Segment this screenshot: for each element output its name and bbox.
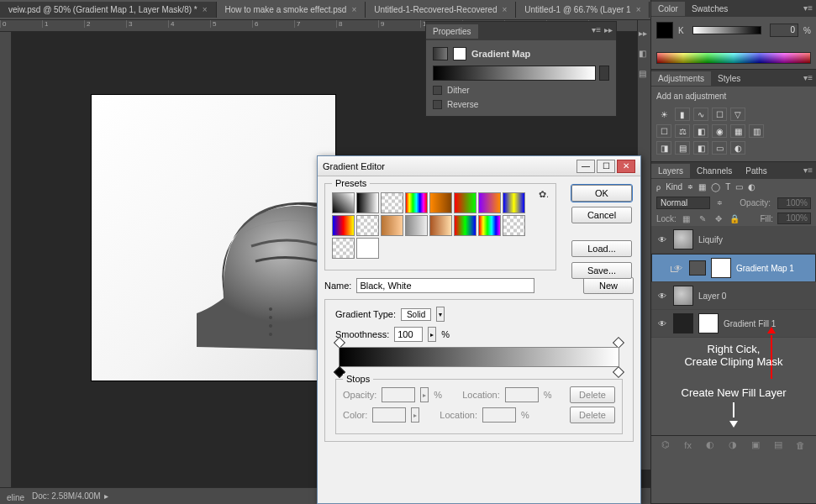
- preset-swatch[interactable]: [454, 215, 476, 236]
- mask-icon[interactable]: [453, 47, 466, 60]
- filter-shape-icon[interactable]: ▭: [735, 182, 743, 192]
- layer-row[interactable]: 👁 Liquify: [651, 226, 816, 254]
- color-spectrum[interactable]: [656, 52, 811, 64]
- delete-button[interactable]: Delete: [570, 386, 615, 403]
- tab-color[interactable]: Color: [651, 2, 685, 16]
- layer-row[interactable]: 👁 Layer 0: [651, 282, 816, 310]
- hue-icon[interactable]: ☐: [656, 124, 671, 138]
- trash-icon[interactable]: 🗑: [796, 440, 805, 450]
- chevron-right-icon[interactable]: ▸: [104, 491, 108, 501]
- gradient-dropdown[interactable]: [599, 66, 609, 81]
- mask-thumb[interactable]: [711, 258, 731, 278]
- lock-paint-icon[interactable]: ✎: [697, 213, 708, 224]
- close-icon[interactable]: ×: [203, 5, 208, 14]
- opacity-stop[interactable]: [614, 339, 623, 347]
- blend-mode-select[interactable]: Normal: [656, 197, 710, 209]
- tab-swatches[interactable]: Swatches: [685, 2, 734, 16]
- link-icon[interactable]: ⌬: [661, 439, 670, 450]
- load-button[interactable]: Load...: [571, 240, 632, 257]
- stop-opacity-input[interactable]: [382, 387, 415, 402]
- selective-icon[interactable]: ◐: [730, 141, 745, 155]
- close-icon[interactable]: ×: [502, 5, 507, 14]
- color-picker-icon[interactable]: ▸: [411, 407, 419, 423]
- dither-checkbox[interactable]: Dither: [433, 86, 609, 95]
- history-icon[interactable]: ▸▸: [639, 29, 650, 40]
- panel-menu-icon[interactable]: ▾≡: [803, 165, 813, 175]
- visibility-icon[interactable]: 👁: [656, 234, 668, 245]
- photo-filter-icon[interactable]: ◉: [712, 124, 727, 138]
- bw-icon[interactable]: ◧: [693, 124, 708, 138]
- layer-name[interactable]: Liquify: [698, 235, 723, 244]
- filter-adj-icon[interactable]: ◯: [711, 182, 720, 192]
- preset-swatch[interactable]: [332, 238, 355, 259]
- doc-tab-1[interactable]: veiw.psd @ 50% (Gradient Map 1, Layer Ma…: [0, 2, 217, 18]
- close-icon[interactable]: ×: [351, 5, 356, 14]
- name-input[interactable]: [356, 278, 534, 293]
- preset-swatch[interactable]: [332, 192, 355, 213]
- preset-swatch[interactable]: [356, 215, 379, 236]
- preset-swatch[interactable]: [405, 192, 428, 213]
- preset-swatch[interactable]: [381, 192, 403, 213]
- dialog-titlebar[interactable]: Gradient Editor — ☐ ✕: [318, 156, 640, 176]
- ok-button[interactable]: OK: [571, 185, 632, 202]
- balance-icon[interactable]: ⚖: [675, 124, 690, 138]
- layer-name[interactable]: Layer 0: [698, 291, 726, 301]
- preset-swatch[interactable]: [405, 215, 428, 236]
- tab-properties[interactable]: Properties: [426, 24, 478, 39]
- gradient-map-icon[interactable]: ▭: [712, 141, 727, 155]
- preset-swatch[interactable]: [356, 192, 379, 213]
- panel-menu-icon[interactable]: ▾≡: [592, 25, 601, 34]
- filter-pixel-icon[interactable]: ▦: [698, 182, 706, 192]
- layer-row-selected[interactable]: 👁 Gradient Map 1: [651, 254, 816, 282]
- panel-collapse-icon[interactable]: ▸▸: [604, 25, 613, 34]
- gear-icon[interactable]: ✿.: [539, 189, 549, 200]
- visibility-icon[interactable]: 👁: [656, 290, 668, 302]
- mixer-icon[interactable]: ▦: [730, 124, 745, 138]
- adj-thumb[interactable]: [689, 260, 706, 276]
- brightness-icon[interactable]: ☀: [656, 108, 671, 121]
- new-button[interactable]: New: [583, 277, 634, 294]
- mask-thumb[interactable]: [698, 313, 719, 333]
- layer-thumb[interactable]: [673, 286, 693, 306]
- timeline-label[interactable]: eline: [7, 493, 24, 502]
- dropdown-icon[interactable]: ▾: [436, 307, 445, 322]
- tab-paths[interactable]: Paths: [739, 164, 774, 178]
- preset-swatch[interactable]: [429, 192, 452, 213]
- preset-swatch[interactable]: [503, 215, 525, 236]
- minimize-button[interactable]: —: [576, 160, 595, 173]
- levels-icon[interactable]: ▮: [675, 108, 690, 121]
- tab-channels[interactable]: Channels: [690, 164, 739, 178]
- gradient-preview[interactable]: [433, 66, 596, 81]
- stop-location-input[interactable]: [482, 407, 516, 423]
- tab-layers[interactable]: Layers: [651, 164, 690, 178]
- visibility-icon[interactable]: 👁: [656, 318, 668, 329]
- preset-swatch[interactable]: [478, 215, 501, 236]
- group-icon[interactable]: ▣: [751, 439, 760, 450]
- ruler-vertical[interactable]: [0, 32, 12, 487]
- spinner-icon[interactable]: ▸: [428, 327, 436, 342]
- spinner-icon[interactable]: ▸: [420, 387, 429, 402]
- doc-tab-3[interactable]: Untitled-1-Recovered-Recovered×: [366, 2, 516, 18]
- lock-move-icon[interactable]: ✥: [713, 213, 724, 224]
- maximize-button[interactable]: ☐: [597, 160, 615, 173]
- curves-icon[interactable]: ∿: [693, 108, 708, 121]
- opacity-input[interactable]: 100%: [777, 197, 811, 209]
- preset-swatch[interactable]: [503, 192, 525, 213]
- stop-location-input[interactable]: [505, 387, 539, 402]
- gtype-select[interactable]: Solid: [401, 308, 431, 321]
- panel-menu-icon[interactable]: ▾≡: [803, 3, 813, 13]
- fill-input[interactable]: 100%: [777, 213, 811, 224]
- lock-trans-icon[interactable]: ▦: [681, 213, 692, 224]
- preset-swatch[interactable]: [454, 192, 476, 213]
- invert-icon[interactable]: ◨: [656, 141, 671, 155]
- doc-tab-4[interactable]: Untitled-1 @ 66.7% (Layer 1×: [516, 2, 650, 18]
- tab-styles[interactable]: Styles: [711, 71, 747, 86]
- filter-text-icon[interactable]: T: [725, 182, 730, 192]
- preset-swatch[interactable]: [478, 192, 501, 213]
- foreground-swatch[interactable]: [656, 22, 673, 39]
- layer-name[interactable]: Gradient Map 1: [736, 264, 794, 273]
- smoothness-input[interactable]: [394, 327, 423, 342]
- cancel-button[interactable]: Cancel: [571, 207, 632, 223]
- filter-kind[interactable]: Kind: [666, 182, 682, 192]
- close-button[interactable]: ✕: [617, 160, 635, 173]
